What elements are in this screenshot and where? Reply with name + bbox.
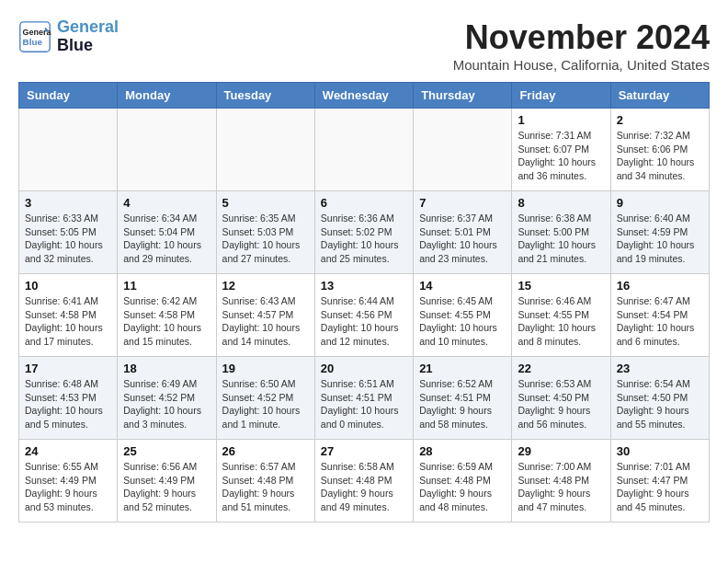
day-number: 18 [123,362,210,375]
day-detail: Sunrise: 6:55 AM Sunset: 4:49 PM Dayligh… [25,460,111,514]
day-number: 2 [617,113,703,127]
calendar-day-cell: 28Sunrise: 6:59 AM Sunset: 4:48 PM Dayli… [414,440,512,523]
day-detail: Sunrise: 6:41 AM Sunset: 4:58 PM Dayligh… [25,294,111,349]
day-number: 10 [25,279,111,293]
day-detail: Sunrise: 6:47 AM Sunset: 4:54 PM Dayligh… [617,294,703,349]
calendar-day-cell: 22Sunrise: 6:53 AM Sunset: 4:50 PM Dayli… [512,357,610,440]
day-detail: Sunrise: 6:44 AM Sunset: 4:56 PM Dayligh… [321,294,407,349]
calendar-day-cell [216,109,314,191]
calendar-day-cell: 1Sunrise: 7:31 AM Sunset: 6:07 PM Daylig… [512,109,610,191]
day-number: 13 [321,279,407,293]
day-number: 23 [617,362,703,375]
day-number: 26 [222,444,309,458]
day-number: 30 [617,444,703,458]
day-detail: Sunrise: 6:49 AM Sunset: 4:52 PM Dayligh… [123,377,210,431]
calendar-day-cell: 24Sunrise: 6:55 AM Sunset: 4:49 PM Dayli… [19,440,118,523]
title-section: November 2024 Mountain House, California… [453,18,710,73]
day-detail: Sunrise: 7:32 AM Sunset: 6:06 PM Dayligh… [617,129,703,183]
calendar-day-cell [118,109,216,191]
location-title: Mountain House, California, United State… [453,57,710,73]
day-detail: Sunrise: 6:33 AM Sunset: 5:05 PM Dayligh… [25,212,111,266]
calendar-day-cell: 20Sunrise: 6:51 AM Sunset: 4:51 PM Dayli… [314,357,413,440]
day-number: 12 [222,279,309,293]
day-number: 17 [25,362,111,375]
day-number: 14 [419,279,506,293]
day-number: 4 [123,196,210,210]
calendar-day-cell: 27Sunrise: 6:58 AM Sunset: 4:48 PM Dayli… [314,440,413,523]
day-number: 9 [617,196,703,210]
calendar-day-cell: 23Sunrise: 6:54 AM Sunset: 4:50 PM Dayli… [610,357,709,440]
calendar-day-cell: 3Sunrise: 6:33 AM Sunset: 5:05 PM Daylig… [19,191,118,274]
day-number: 16 [617,279,703,293]
day-number: 1 [518,113,604,127]
day-detail: Sunrise: 6:45 AM Sunset: 4:55 PM Dayligh… [419,294,506,349]
calendar-week-row: 10Sunrise: 6:41 AM Sunset: 4:58 PM Dayli… [19,274,710,357]
day-detail: Sunrise: 6:42 AM Sunset: 4:58 PM Dayligh… [123,294,210,349]
calendar-day-cell: 10Sunrise: 6:41 AM Sunset: 4:58 PM Dayli… [19,274,118,357]
calendar-day-cell: 15Sunrise: 6:46 AM Sunset: 4:55 PM Dayli… [512,274,610,357]
day-number: 24 [25,444,111,458]
logo: General Blue GeneralBlue [18,18,119,55]
day-detail: Sunrise: 6:36 AM Sunset: 5:02 PM Dayligh… [321,212,407,266]
calendar-day-cell: 7Sunrise: 6:37 AM Sunset: 5:01 PM Daylig… [414,191,512,274]
day-number: 5 [222,196,309,210]
logo-text: GeneralBlue [57,18,119,55]
calendar-week-row: 17Sunrise: 6:48 AM Sunset: 4:53 PM Dayli… [19,357,710,440]
day-detail: Sunrise: 6:34 AM Sunset: 5:04 PM Dayligh… [123,212,210,266]
calendar-day-cell: 2Sunrise: 7:32 AM Sunset: 6:06 PM Daylig… [610,109,709,191]
day-detail: Sunrise: 6:38 AM Sunset: 5:00 PM Dayligh… [518,212,604,266]
calendar-day-cell: 25Sunrise: 6:56 AM Sunset: 4:49 PM Dayli… [118,440,216,523]
calendar-day-cell: 21Sunrise: 6:52 AM Sunset: 4:51 PM Dayli… [414,357,512,440]
day-detail: Sunrise: 6:46 AM Sunset: 4:55 PM Dayligh… [518,294,604,349]
day-detail: Sunrise: 6:53 AM Sunset: 4:50 PM Dayligh… [518,377,604,431]
day-detail: Sunrise: 6:59 AM Sunset: 4:48 PM Dayligh… [419,460,506,514]
calendar: SundayMondayTuesdayWednesdayThursdayFrid… [18,82,710,523]
calendar-day-cell: 17Sunrise: 6:48 AM Sunset: 4:53 PM Dayli… [19,357,118,440]
weekday-header-thursday: Thursday [414,83,512,109]
day-detail: Sunrise: 6:48 AM Sunset: 4:53 PM Dayligh… [25,377,111,431]
weekday-header-saturday: Saturday [610,83,709,109]
calendar-day-cell: 16Sunrise: 6:47 AM Sunset: 4:54 PM Dayli… [610,274,709,357]
calendar-day-cell: 26Sunrise: 6:57 AM Sunset: 4:48 PM Dayli… [216,440,314,523]
day-detail: Sunrise: 6:35 AM Sunset: 5:03 PM Dayligh… [222,212,309,266]
calendar-day-cell: 12Sunrise: 6:43 AM Sunset: 4:57 PM Dayli… [216,274,314,357]
day-number: 6 [321,196,407,210]
day-detail: Sunrise: 6:50 AM Sunset: 4:52 PM Dayligh… [222,377,309,431]
logo-icon: General Blue [18,20,51,53]
weekday-header-row: SundayMondayTuesdayWednesdayThursdayFrid… [19,83,710,109]
day-number: 27 [321,444,407,458]
day-detail: Sunrise: 7:00 AM Sunset: 4:48 PM Dayligh… [518,460,604,514]
day-detail: Sunrise: 6:58 AM Sunset: 4:48 PM Dayligh… [321,460,407,514]
day-detail: Sunrise: 6:57 AM Sunset: 4:48 PM Dayligh… [222,460,309,514]
calendar-day-cell: 8Sunrise: 6:38 AM Sunset: 5:00 PM Daylig… [512,191,610,274]
day-detail: Sunrise: 6:52 AM Sunset: 4:51 PM Dayligh… [419,377,506,431]
weekday-header-sunday: Sunday [19,83,118,109]
day-number: 7 [419,196,506,210]
day-detail: Sunrise: 6:37 AM Sunset: 5:01 PM Dayligh… [419,212,506,266]
day-number: 15 [518,279,604,293]
day-detail: Sunrise: 6:51 AM Sunset: 4:51 PM Dayligh… [321,377,407,431]
calendar-day-cell: 6Sunrise: 6:36 AM Sunset: 5:02 PM Daylig… [314,191,413,274]
day-number: 11 [123,279,210,293]
day-number: 21 [419,362,506,375]
weekday-header-monday: Monday [118,83,216,109]
calendar-day-cell: 30Sunrise: 7:01 AM Sunset: 4:47 PM Dayli… [610,440,709,523]
calendar-day-cell: 4Sunrise: 6:34 AM Sunset: 5:04 PM Daylig… [118,191,216,274]
calendar-day-cell [314,109,413,191]
calendar-day-cell: 5Sunrise: 6:35 AM Sunset: 5:03 PM Daylig… [216,191,314,274]
calendar-day-cell: 19Sunrise: 6:50 AM Sunset: 4:52 PM Dayli… [216,357,314,440]
weekday-header-tuesday: Tuesday [216,83,314,109]
day-detail: Sunrise: 6:54 AM Sunset: 4:50 PM Dayligh… [617,377,703,431]
day-detail: Sunrise: 6:56 AM Sunset: 4:49 PM Dayligh… [123,460,210,514]
day-number: 3 [25,196,111,210]
day-number: 25 [123,444,210,458]
calendar-week-row: 3Sunrise: 6:33 AM Sunset: 5:05 PM Daylig… [19,191,710,274]
calendar-day-cell [19,109,118,191]
header: General Blue GeneralBlue November 2024 M… [18,18,710,73]
day-number: 29 [518,444,604,458]
day-detail: Sunrise: 7:01 AM Sunset: 4:47 PM Dayligh… [617,460,703,514]
day-number: 28 [419,444,506,458]
calendar-day-cell: 13Sunrise: 6:44 AM Sunset: 4:56 PM Dayli… [314,274,413,357]
day-number: 8 [518,196,604,210]
day-number: 19 [222,362,309,375]
